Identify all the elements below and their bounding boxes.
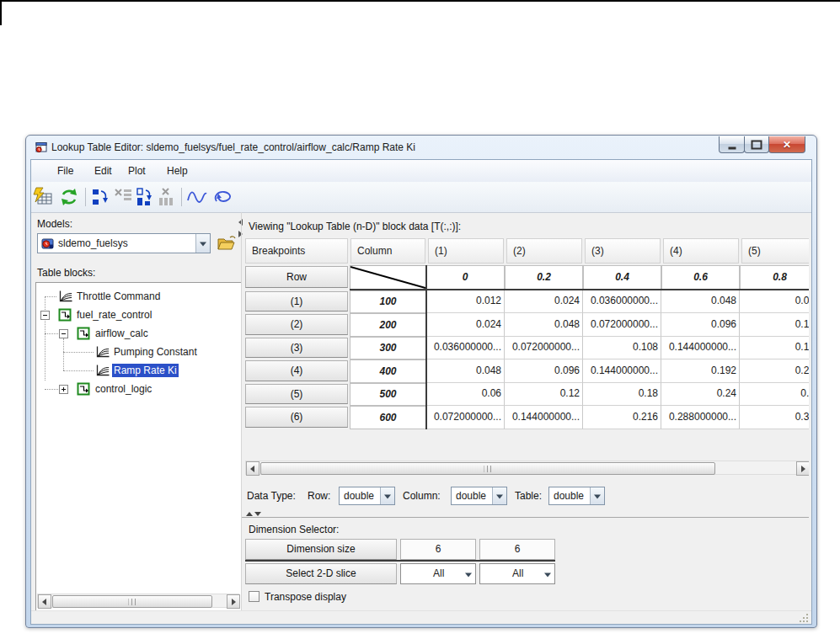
col-header-1[interactable]: (1) [428,238,504,264]
row-index-3[interactable]: (3) [245,338,348,358]
transpose-checkbox[interactable] [249,591,259,602]
splitter-up-icon[interactable] [246,512,253,516]
table-cell[interactable]: 0.18 [740,337,809,359]
col-header-2[interactable]: (2) [506,238,582,264]
table-cell[interactable]: 0.096 [661,313,740,337]
collapse-toggle[interactable] [59,329,68,338]
row-type-select[interactable]: double [339,487,395,505]
column-type-arrow[interactable] [492,487,506,504]
menu-file[interactable]: File [56,164,75,178]
row-breakpoint-5[interactable]: 500 [350,383,426,406]
plot-linear-button[interactable] [186,186,208,208]
column-type-select[interactable]: double [451,487,507,505]
table-cell[interactable]: 0.216 [583,406,661,429]
table-cell[interactable]: 0.192 [661,359,740,383]
col-header-3[interactable]: (3) [585,238,661,264]
tree-item-pumping-constant[interactable]: Pumping Constant [36,343,238,361]
open-model-button[interactable] [216,233,238,253]
table-cell[interactable]: 0.3 [740,383,809,406]
table-cell[interactable]: 0.36 [740,406,809,429]
insert-row-button[interactable] [90,186,112,208]
collapse-toggle[interactable] [40,311,50,320]
col-breakpoint-1[interactable]: 0 [426,265,505,290]
model-select-arrow[interactable] [195,234,210,253]
table-cell[interactable]: 0.048 [661,290,740,313]
tree-item-ramp-rate-ki[interactable]: Ramp Rate Ki [36,361,238,380]
section-splitter[interactable] [242,510,809,519]
row-index-1[interactable]: (1) [245,291,348,312]
delete-column-button[interactable] [156,186,178,208]
table-cell[interactable]: 0.12 [505,383,583,406]
table-cell[interactable]: 0.048 [505,313,583,337]
table-cell[interactable]: 0.072000000... [505,337,583,359]
scroll-left-button[interactable] [38,594,51,609]
col-breakpoint-5[interactable]: 0.8 [740,265,809,290]
splitter-down-icon[interactable] [254,512,261,516]
scroll-right-button[interactable] [796,461,809,476]
tree-hscrollbar[interactable] [37,594,239,608]
row-header-cell[interactable]: Row [245,266,348,288]
resize-grip[interactable] [798,613,810,624]
tree-item-throttle-command[interactable]: Throttle Command [36,287,238,306]
col-breakpoint-2[interactable]: 0.2 [505,265,583,290]
scroll-left-button[interactable] [246,461,259,476]
col-breakpoint-4[interactable]: 0.6 [661,265,740,290]
table-cell[interactable]: 0.024 [505,290,583,313]
close-button[interactable]: ✕ [768,136,805,153]
refresh-data-button[interactable] [58,186,80,208]
scroll-thumb[interactable] [260,462,715,475]
slice-select-2-arrow[interactable] [541,564,554,583]
insert-column-button[interactable] [134,186,156,208]
maximize-button[interactable] [744,136,769,153]
col-header-4[interactable]: (4) [663,238,739,264]
table-type-select[interactable]: double [548,487,605,505]
window-titlebar[interactable]: Lookup Table Editor: sldemo_fuelsys/fuel… [26,136,816,159]
table-cell[interactable]: 0.18 [583,383,661,406]
update-table-button[interactable] [33,186,55,208]
table-type-arrow[interactable] [590,487,604,504]
scroll-thumb[interactable] [52,595,212,608]
expand-toggle[interactable] [59,385,68,394]
table-cell[interactable]: 0.144000000... [505,406,583,429]
table-cell[interactable]: 0.12 [740,313,809,337]
row-breakpoint-2[interactable]: 200 [350,313,426,337]
row-breakpoint-3[interactable]: 300 [350,337,426,359]
row-index-6[interactable]: (6) [245,407,348,428]
table-cell[interactable]: 0.288000000... [661,406,740,429]
row-breakpoint-1[interactable]: 100 [350,290,426,313]
table-cell[interactable]: 0.012 [426,290,505,313]
tree-item-fuel-rate-control[interactable]: fuel_rate_control [36,306,238,324]
table-cell[interactable]: 0.072000000... [583,313,661,337]
row-index-5[interactable]: (5) [245,384,348,404]
table-cell[interactable]: 0.096 [505,359,583,383]
minimize-button[interactable] [719,136,745,153]
slice-select-1-arrow[interactable] [462,564,475,583]
menu-help[interactable]: Help [165,164,190,178]
plot-mesh-button[interactable] [211,186,233,208]
menu-plot[interactable]: Plot [126,164,147,178]
model-select[interactable]: sldemo_fuelsys [37,233,211,253]
col-breakpoint-3[interactable]: 0.4 [583,265,661,290]
tree-item-control-logic[interactable]: control_logic [36,380,238,398]
table-cell[interactable]: 0.144000000... [661,337,740,359]
table-cell[interactable]: 0.036000000... [426,337,505,359]
slice-select-2[interactable]: All [479,563,555,584]
row-breakpoint-6[interactable]: 600 [350,406,426,429]
corner-header-cell[interactable]: Breakpoints [245,238,348,264]
table-cell[interactable]: 0.024 [426,313,505,337]
table-cell[interactable]: 0.06 [740,290,809,313]
column-header-cell[interactable]: Column [350,238,425,264]
tree-item-airflow-calc[interactable]: airflow_calc [36,324,238,343]
row-type-arrow[interactable] [380,487,394,504]
col-header-5[interactable]: (5) [741,238,809,264]
menu-edit[interactable]: Edit [93,164,114,178]
table-cell[interactable]: 0.036000000... [583,290,661,313]
table-cell[interactable]: 0.24 [740,359,809,383]
table-cell[interactable]: 0.06 [426,383,505,406]
table-cell[interactable]: 0.24 [661,383,740,406]
table-cell[interactable]: 0.072000000... [426,406,505,429]
row-breakpoint-4[interactable]: 400 [350,359,426,383]
table-hscrollbar[interactable] [245,461,809,475]
table-cell[interactable]: 0.144000000... [583,359,661,383]
table-cell[interactable]: 0.108 [583,337,661,359]
